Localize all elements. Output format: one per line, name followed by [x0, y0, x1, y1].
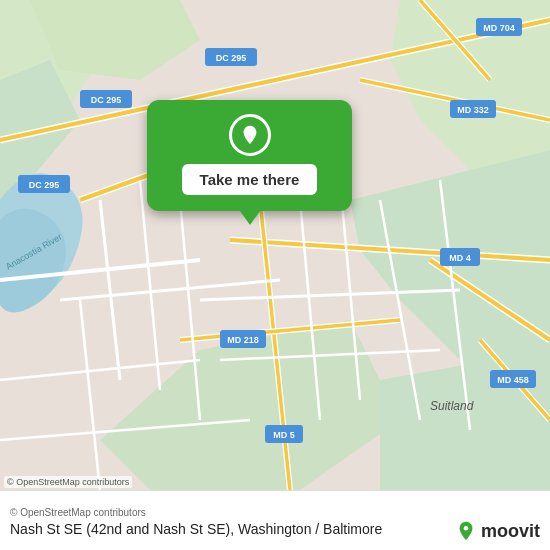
svg-text:MD 704: MD 704: [483, 23, 515, 33]
svg-text:MD 4: MD 4: [449, 253, 471, 263]
svg-text:DC 295: DC 295: [91, 95, 122, 105]
map-svg: DC 295 DC 295 DC 295 MD 4 MD 5 MD 218 MD…: [0, 0, 550, 490]
take-me-there-button[interactable]: Take me there: [182, 164, 318, 195]
footer: © OpenStreetMap contributors Nash St SE …: [0, 490, 550, 550]
pin-icon: [229, 114, 271, 156]
moovit-brand-name: moovit: [481, 521, 540, 542]
svg-text:MD 458: MD 458: [497, 375, 529, 385]
svg-text:Suitland: Suitland: [430, 399, 474, 413]
svg-text:DC 295: DC 295: [29, 180, 60, 190]
svg-text:MD 332: MD 332: [457, 105, 489, 115]
moovit-pin-icon: [455, 520, 477, 542]
osm-attribution: © OpenStreetMap contributors: [4, 476, 132, 488]
location-pin-icon: [239, 124, 261, 146]
moovit-logo: moovit: [455, 520, 540, 542]
footer-attribution: © OpenStreetMap contributors: [10, 507, 540, 518]
svg-text:MD 218: MD 218: [227, 335, 259, 345]
svg-text:MD 5: MD 5: [273, 430, 295, 440]
svg-text:DC 295: DC 295: [216, 53, 247, 63]
map-container: DC 295 DC 295 DC 295 MD 4 MD 5 MD 218 MD…: [0, 0, 550, 490]
location-callout: Take me there: [147, 100, 352, 211]
svg-point-61: [464, 526, 469, 531]
